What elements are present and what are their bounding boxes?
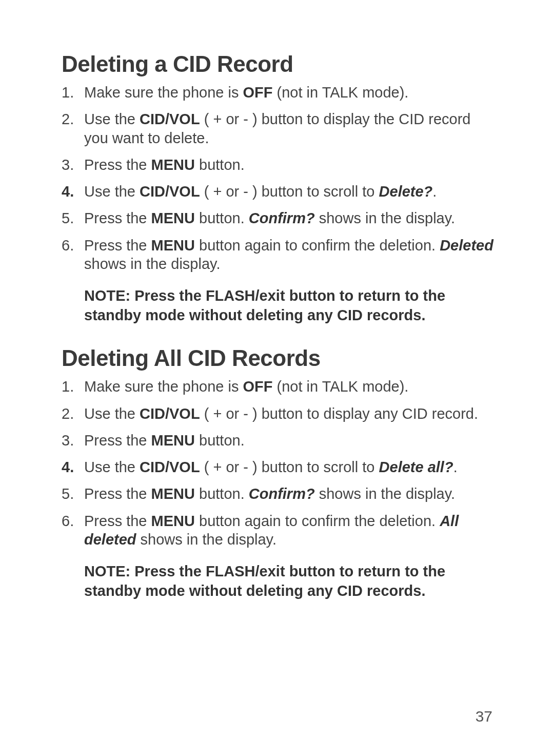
list-item: Press the MENU button. Confirm? shows in… xyxy=(62,205,498,231)
bold-term: MENU xyxy=(151,237,195,254)
list-item: Press the MENU button again to confirm t… xyxy=(62,508,498,553)
display-term: All deleted xyxy=(84,513,459,548)
display-term: Delete all? xyxy=(379,459,453,475)
manual-page: Deleting a CID Record Make sure the phon… xyxy=(0,0,554,756)
display-term: Confirm? xyxy=(249,210,315,226)
note-delete-one: NOTE: Press the FLASH/exit button to ret… xyxy=(84,286,498,325)
list-item: Use the CID/VOL ( + or - ) button to scr… xyxy=(62,178,498,205)
list-item: Press the MENU button. xyxy=(62,427,498,454)
list-item: Press the MENU button. Confirm? shows in… xyxy=(62,480,498,507)
list-item: Make sure the phone is OFF (not in TALK … xyxy=(62,373,498,400)
list-item: Use the CID/VOL ( + or - ) button to dis… xyxy=(62,400,498,427)
list-item: Press the MENU button again to confirm t… xyxy=(62,232,498,278)
bold-term: MENU xyxy=(151,486,195,502)
bold-term: OFF xyxy=(243,84,273,101)
bold-term: CID/VOL xyxy=(140,459,200,475)
list-item: Use the CID/VOL ( + or - ) button to dis… xyxy=(62,106,498,151)
bold-term: MENU xyxy=(151,157,195,173)
list-item: Press the MENU button. xyxy=(62,151,498,178)
page-number: 37 xyxy=(476,708,492,725)
display-term: Delete? xyxy=(379,183,433,200)
steps-delete-one: Make sure the phone is OFF (not in TALK … xyxy=(62,79,498,277)
bold-term: CID/VOL xyxy=(140,183,200,200)
bold-term: CID/VOL xyxy=(140,111,200,127)
bold-term: MENU xyxy=(151,513,195,529)
heading-delete-one: Deleting a CID Record xyxy=(62,51,498,77)
bold-term: OFF xyxy=(243,378,273,395)
display-term: Confirm? xyxy=(249,486,315,502)
bold-term: MENU xyxy=(151,432,195,449)
note-delete-all: NOTE: Press the FLASH/exit button to ret… xyxy=(84,562,498,600)
steps-delete-all: Make sure the phone is OFF (not in TALK … xyxy=(62,373,498,553)
list-item: Make sure the phone is OFF (not in TALK … xyxy=(62,79,498,106)
bold-term: CID/VOL xyxy=(140,405,200,422)
display-term: Deleted xyxy=(440,237,493,254)
heading-delete-all: Deleting All CID Records xyxy=(62,345,498,371)
list-item: Use the CID/VOL ( + or - ) button to scr… xyxy=(62,454,498,480)
bold-term: MENU xyxy=(151,210,195,226)
